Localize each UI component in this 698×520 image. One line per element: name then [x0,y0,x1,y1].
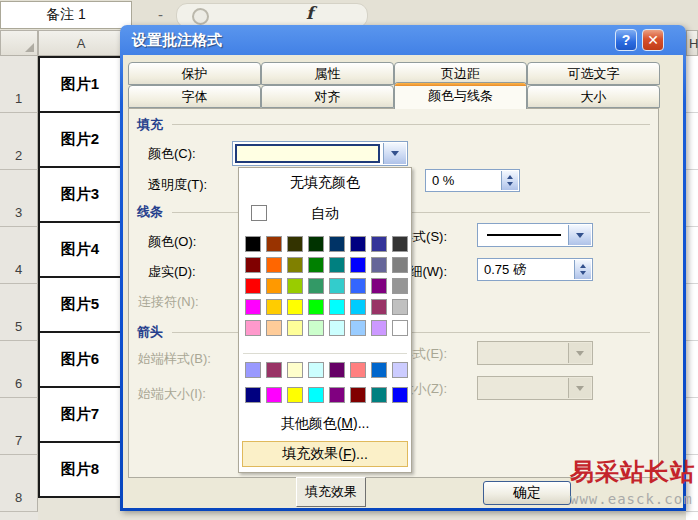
spinner-buttons[interactable] [501,171,518,190]
color-swatch[interactable] [287,387,303,403]
color-swatch[interactable] [392,320,408,336]
cell-a4[interactable]: 图片4 [38,221,122,278]
color-swatch[interactable] [308,257,324,273]
cell-a6[interactable]: 图片6 [38,331,122,388]
spinner-buttons[interactable] [574,260,591,279]
cell-a7[interactable]: 图片7 [38,386,122,443]
color-swatch[interactable] [245,257,261,273]
color-swatch[interactable] [266,278,282,294]
row-header[interactable]: 5 [0,284,38,341]
line-weight-spinner[interactable]: 0.75 磅 [477,258,593,281]
tab-protection[interactable]: 保护 [128,62,261,85]
line-style-dropdown-button[interactable] [568,225,591,245]
color-swatch[interactable] [371,236,387,252]
color-swatch[interactable] [287,278,303,294]
row-header[interactable]: 7 [0,398,38,455]
tab-size[interactable]: 大小 [527,85,660,108]
color-swatch[interactable] [308,236,324,252]
color-swatch[interactable] [350,362,366,378]
color-swatch[interactable] [392,362,408,378]
color-swatch[interactable] [308,387,324,403]
ok-button[interactable]: 确定 [483,481,571,505]
color-swatch[interactable] [371,299,387,315]
color-swatch[interactable] [329,278,345,294]
column-header-h[interactable]: H [686,30,698,56]
row-header[interactable]: 1 [0,56,38,113]
color-swatch[interactable] [350,387,366,403]
color-swatch[interactable] [350,299,366,315]
color-swatch[interactable] [287,299,303,315]
color-swatch[interactable] [371,278,387,294]
color-swatch[interactable] [329,299,345,315]
color-swatch[interactable] [245,362,261,378]
automatic-item[interactable]: 自动 [239,205,411,223]
color-swatch[interactable] [371,257,387,273]
tab-properties[interactable]: 属性 [261,62,394,85]
row-header[interactable]: 4 [0,227,38,284]
fill-color-dropdown-button[interactable] [383,143,406,164]
color-swatch[interactable] [308,299,324,315]
row-header[interactable]: 8 [0,455,38,512]
color-swatch[interactable] [245,299,261,315]
color-swatch[interactable] [308,320,324,336]
cell-a3[interactable]: 图片3 [38,166,122,223]
color-swatch[interactable] [329,362,345,378]
color-swatch[interactable] [392,387,408,403]
color-swatch[interactable] [392,236,408,252]
row-header[interactable]: 3 [0,170,38,227]
color-swatch[interactable] [392,299,408,315]
tab-colors-and-lines[interactable]: 颜色与线条 [394,82,527,109]
select-all-corner[interactable] [0,30,38,56]
color-swatch[interactable] [371,362,387,378]
color-swatch[interactable] [350,320,366,336]
name-box[interactable]: 备注 1 [0,1,132,29]
color-swatch[interactable] [266,320,282,336]
color-swatch[interactable] [371,320,387,336]
insert-function-icon[interactable]: f [306,3,313,23]
row-header[interactable]: 2 [0,113,38,170]
color-swatch[interactable] [350,257,366,273]
fill-effects-item[interactable]: 填充效果(F)... [242,441,408,467]
cell-a1[interactable]: 图片1 [38,56,122,113]
fill-color-combobox[interactable] [232,141,408,166]
color-swatch[interactable] [287,236,303,252]
color-swatch[interactable] [266,299,282,315]
more-colors-item[interactable]: 其他颜色(M)... [239,415,411,433]
color-swatch[interactable] [392,257,408,273]
color-swatch[interactable] [287,320,303,336]
row-header[interactable]: 6 [0,341,38,398]
column-header-a[interactable]: A [38,30,124,56]
color-swatch[interactable] [266,387,282,403]
color-swatch[interactable] [350,236,366,252]
color-swatch[interactable] [266,236,282,252]
color-swatch[interactable] [266,257,282,273]
cell-a2[interactable]: 图片2 [38,111,122,168]
tab-alignment[interactable]: 对齐 [261,85,394,108]
cell-a5[interactable]: 图片5 [38,276,122,333]
color-swatch[interactable] [287,257,303,273]
color-swatch[interactable] [245,236,261,252]
tab-alt-text[interactable]: 可选文字 [527,62,660,85]
help-button[interactable]: ? [615,29,637,51]
color-swatch[interactable] [266,362,282,378]
color-swatch[interactable] [329,257,345,273]
tab-font[interactable]: 字体 [128,85,261,108]
color-swatch[interactable] [329,387,345,403]
color-swatch[interactable] [287,362,303,378]
color-swatch[interactable] [308,278,324,294]
color-swatch[interactable] [350,278,366,294]
color-swatch[interactable] [392,278,408,294]
cell-a8[interactable]: 图片8 [38,441,122,498]
color-swatch[interactable] [329,236,345,252]
transparency-spinner[interactable]: 0 % [425,169,520,192]
color-swatch[interactable] [245,278,261,294]
line-style-combobox[interactable] [477,223,593,247]
color-swatch[interactable] [329,320,345,336]
color-swatch[interactable] [371,387,387,403]
close-button[interactable]: ✕ [642,29,664,51]
color-swatch[interactable] [245,387,261,403]
color-swatch[interactable] [245,320,261,336]
no-fill-item[interactable]: 无填充颜色 [239,174,411,192]
color-swatch[interactable] [308,362,324,378]
connector-label: 连接符(N): [138,293,199,311]
